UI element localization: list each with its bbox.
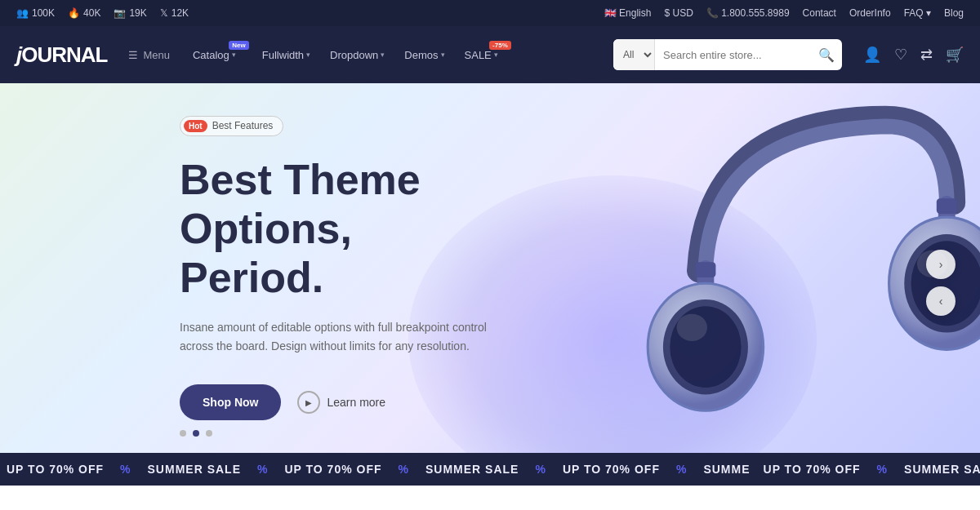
nav-fullwidth[interactable]: Fullwidth ▾ <box>254 44 318 66</box>
nav-catalog[interactable]: Catalog ▾ New <box>185 44 251 66</box>
chevron-icon: ▾ <box>232 51 236 59</box>
search-category-select[interactable]: All <box>613 39 655 70</box>
search-bar: All 🔍 <box>613 39 842 70</box>
slider-prev-button[interactable]: ‹ <box>926 286 956 316</box>
chevron-icon: ▾ <box>306 51 310 59</box>
hot-badge: Hot <box>184 120 207 132</box>
hero-badge: Hot Best Features <box>180 116 283 136</box>
nav-demos[interactable]: Demos ▾ <box>396 44 452 66</box>
logo[interactable]: jOURNAL <box>16 42 107 68</box>
slide-dot-2[interactable] <box>193 430 199 437</box>
chevron-icon: ▾ <box>381 51 385 59</box>
hero-subtitle: Insane amount of editable options with f… <box>180 318 523 355</box>
chevron-icon: ▾ <box>494 51 498 59</box>
language-selector[interactable]: 🇬🇧 English <box>604 7 652 19</box>
nav-dropdown[interactable]: Dropdown ▾ <box>322 44 393 66</box>
nav-sale[interactable]: SALE ▾ -75% <box>457 44 513 66</box>
new-badge: New <box>229 41 248 50</box>
stat-camera: 📷 19K <box>114 7 146 19</box>
social-stats: 👥 100K 🔥 40K 📷 19K 𝕏 12K <box>16 7 189 19</box>
slide-dot-3[interactable] <box>206 430 212 437</box>
search-button[interactable]: 🔍 <box>808 39 842 70</box>
orderinfo-link[interactable]: OrderInfo <box>849 7 891 19</box>
hero-section: Hot Best Features Best Theme Options, Pe… <box>0 83 980 453</box>
ticker-bar: UP TO 70% OFF % SUMMER SALE % UP TO 70% … <box>0 453 980 486</box>
search-input[interactable] <box>655 39 808 70</box>
play-icon: ▶ <box>297 391 320 414</box>
wishlist-icon[interactable]: ♡ <box>894 46 907 64</box>
slider-dots <box>180 430 212 437</box>
hamburger-menu[interactable]: ☰ Menu <box>128 49 170 61</box>
stat-followers: 👥 100K <box>16 7 55 19</box>
top-bar-right: 🇬🇧 English $ USD 📞 1.800.555.8989 Contac… <box>604 7 964 19</box>
slider-next-button[interactable]: › <box>926 250 956 279</box>
navbar: jOURNAL ☰ Menu Catalog ▾ New Fullwidth ▾… <box>0 26 980 83</box>
ticker-content: UP TO 70% OFF % SUMMER SALE % UP TO 70% … <box>0 463 980 476</box>
slide-dot-1[interactable] <box>180 430 186 437</box>
svg-point-9 <box>677 314 707 341</box>
stat-fire: 🔥 40K <box>68 7 100 19</box>
hero-content: Hot Best Features Best Theme Options, Pe… <box>0 116 531 420</box>
shop-now-button[interactable]: Shop Now <box>180 384 281 420</box>
svg-rect-11 <box>937 198 957 214</box>
phone-number: 📞 1.800.555.8989 <box>706 7 790 19</box>
sale-badge: -75% <box>489 41 511 50</box>
currency-selector[interactable]: $ USD <box>664 7 693 19</box>
cart-icon[interactable]: 🛒 <box>946 46 964 64</box>
badge-label: Best Features <box>212 120 274 131</box>
top-bar: 👥 100K 🔥 40K 📷 19K 𝕏 12K 🇬🇧 English $ US… <box>0 0 980 26</box>
contact-link[interactable]: Contact <box>803 7 836 19</box>
learn-more-button[interactable]: ▶ Learn more <box>297 391 385 414</box>
compare-icon[interactable]: ⇄ <box>920 46 933 64</box>
account-icon[interactable]: 👤 <box>863 46 881 64</box>
stat-x: 𝕏 12K <box>160 7 189 19</box>
hero-actions: Shop Now ▶ Learn more <box>180 384 531 420</box>
nav-links: Catalog ▾ New Fullwidth ▾ Dropdown ▾ Dem… <box>185 44 605 66</box>
hero-product-image <box>580 83 980 453</box>
faq-link[interactable]: FAQ ▾ <box>904 7 931 19</box>
hero-title: Best Theme Options, Period. <box>180 156 531 302</box>
chevron-icon: ▾ <box>441 51 445 59</box>
nav-icons: 👤 ♡ ⇄ 🛒 <box>863 46 964 64</box>
blog-link[interactable]: Blog <box>944 7 964 19</box>
svg-rect-10 <box>695 262 715 277</box>
